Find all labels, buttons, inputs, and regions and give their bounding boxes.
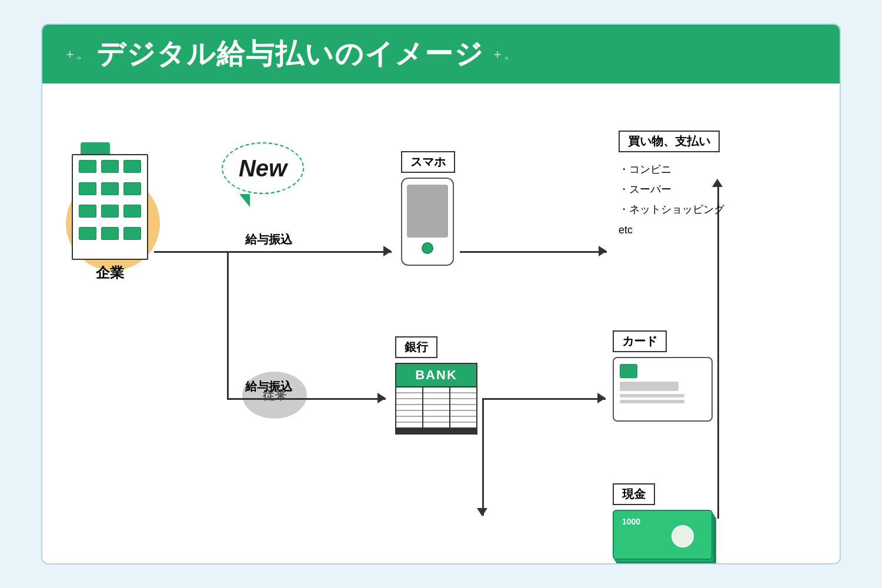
window [123, 160, 141, 173]
bank-base [396, 427, 476, 433]
bank-icon: BANK [395, 363, 477, 435]
bank-to-card-line [482, 398, 606, 400]
building-body [72, 154, 148, 260]
bank-col-1 [396, 387, 423, 427]
cash-icon: 1000 [613, 510, 713, 564]
header: ＋。 デジタル給与払いのイメージ ＋。 [42, 25, 840, 83]
deco-right: ＋。 [491, 45, 517, 63]
bank-col-2 [423, 387, 450, 427]
card-label: カード [613, 330, 667, 352]
card-line-1 [620, 394, 684, 397]
company-label: 企業 [72, 263, 148, 282]
cash-amount: 1000 [622, 517, 640, 526]
cash-circle [671, 525, 694, 547]
arrow-to-card [597, 393, 606, 403]
bank-col-3 [450, 387, 476, 427]
arrow-to-cash [477, 508, 487, 516]
arrow-label-bottom: 給与振込 [245, 379, 292, 395]
window [123, 205, 141, 218]
arrow-to-smartphone [383, 246, 392, 256]
window [123, 182, 141, 195]
shopping-item-2: ・スーパー [619, 179, 724, 199]
bank-sign: BANK [396, 364, 476, 386]
window [79, 182, 96, 195]
new-bubble-body: New [222, 142, 304, 194]
page-title: デジタル給与払いのイメージ [96, 35, 484, 73]
shopping-label: 買い物、支払い [619, 131, 720, 152]
bank-to-cash-vline [482, 398, 484, 516]
content-area: 企業 New 従来 給与振込 給与振込 [42, 83, 840, 564]
card-chip [620, 364, 637, 378]
cash-note-front: 1000 [613, 510, 713, 560]
shopping-items: ・コンビニ ・スーパー ・ネットショッピング etc [619, 159, 724, 240]
credit-card-icon [613, 357, 713, 422]
smartphone-section: スマホ [401, 151, 455, 266]
new-bubble-tail [239, 194, 250, 207]
cash-section: 現金 1000 [613, 483, 713, 564]
window [123, 227, 141, 240]
card-stripe [620, 382, 679, 391]
company-section: 企業 [72, 142, 148, 282]
bank-section: 銀行 BANK [395, 336, 477, 435]
deco-left: ＋。 [64, 45, 89, 63]
window [101, 182, 119, 195]
building-row-2 [73, 178, 147, 200]
smartphone-label: スマホ [401, 151, 455, 173]
card-lines [620, 394, 706, 403]
new-bubble-text: New [239, 155, 287, 182]
shopping-item-1: ・コンビニ [619, 159, 724, 179]
building-top [81, 142, 110, 154]
building-icon [72, 142, 148, 260]
bottom-hline [227, 398, 386, 400]
credit-card-section: カード [613, 330, 713, 422]
bank-label: 銀行 [395, 336, 437, 358]
arrow-to-shopping [599, 246, 607, 256]
split-vline [227, 251, 229, 398]
new-bubble: New [222, 142, 304, 207]
window [79, 227, 96, 240]
shopping-item-etc: etc [619, 220, 724, 240]
phone-to-shopping-line [460, 251, 607, 253]
arrow-to-bank [377, 393, 386, 403]
phone-screen [407, 185, 448, 238]
window [79, 205, 96, 218]
shopping-section: 買い物、支払い ・コンビニ ・スーパー ・ネットショッピング etc [619, 131, 724, 240]
main-card: ＋。 デジタル給与払いのイメージ ＋。 [41, 24, 841, 564]
building-row-3 [73, 200, 147, 222]
smartphone-icon [401, 178, 454, 266]
cash-label: 現金 [613, 483, 655, 505]
bank-columns [396, 386, 476, 427]
building-row-4 [73, 222, 147, 245]
window [79, 160, 96, 173]
building-row-1 [73, 155, 147, 178]
top-hline [227, 251, 392, 253]
window [101, 227, 119, 240]
card-line-2 [620, 400, 684, 403]
window [101, 160, 119, 173]
cash-to-card-vline [717, 401, 719, 519]
window [101, 205, 119, 218]
main-hline [154, 251, 228, 253]
arrow-label-top: 給与振込 [245, 232, 292, 248]
phone-button [422, 242, 433, 254]
shopping-item-3: ・ネットショッピング [619, 199, 724, 219]
